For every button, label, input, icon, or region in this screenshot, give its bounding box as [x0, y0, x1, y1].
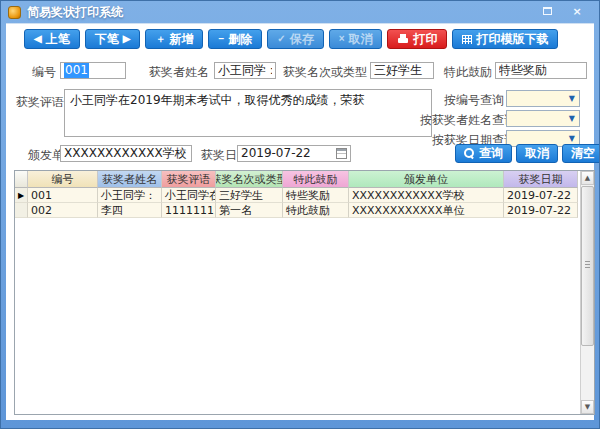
restore-icon: [543, 7, 552, 15]
header-id[interactable]: 编号: [28, 171, 98, 188]
table-scrollbar[interactable]: ▲ ▼: [580, 171, 594, 414]
header-date[interactable]: 获奖日期: [504, 171, 578, 188]
header-name[interactable]: 获奖者姓名: [98, 171, 162, 188]
scrollbar-thumb[interactable]: [581, 186, 594, 346]
x-icon: ×: [339, 34, 345, 44]
cancel-button[interactable]: ×取消: [329, 29, 383, 49]
cell-comment[interactable]: 111111111: [162, 203, 216, 218]
delete-button[interactable]: −删除: [208, 29, 262, 49]
header-comment[interactable]: 获奖评语: [162, 171, 216, 188]
prev-record-button[interactable]: ◀上笔: [24, 29, 80, 49]
comment-textarea[interactable]: 小王同学在2019年期末考试中，取得优秀的成绩，荣获: [64, 89, 432, 137]
cell-date[interactable]: 2019-07-22: [504, 188, 578, 203]
chevron-down-icon: ▼: [569, 94, 575, 103]
row-indicator: ▶: [15, 188, 28, 203]
query-cancel-button[interactable]: 取消: [516, 144, 558, 163]
grid-icon: [462, 35, 472, 44]
toolbar: ◀上笔 下笔▶ ＋新增 −删除 ✓保存 ×取消 打印 打印模版下载: [24, 29, 558, 49]
scroll-up-icon[interactable]: ▲: [581, 171, 594, 185]
next-record-button[interactable]: 下笔▶: [85, 29, 141, 49]
app-window: 简易奖状打印系统 × ◀上笔 下笔▶ ＋新增 −删除 ✓保存 ×取消 打印 打印…: [0, 0, 600, 429]
header-selector: [15, 171, 28, 188]
cell-encourage[interactable]: 特些奖励: [283, 188, 349, 203]
records-table: 编号 获奖者姓名 获奖评语 获奖名次或类型 特此鼓励 颁发单位 获奖日期 ▶ 0…: [14, 170, 595, 415]
cell-name[interactable]: 小王同学：: [98, 188, 162, 203]
header-type[interactable]: 获奖名次或类型: [216, 171, 283, 188]
award-type-input[interactable]: [370, 62, 434, 79]
arrow-left-icon: ◀: [34, 34, 42, 44]
query-by-name-combo[interactable]: ▼: [506, 110, 580, 127]
cell-unit[interactable]: XXXXXXXXXXXX学校: [349, 188, 504, 203]
encourage-label: 特此鼓励: [444, 64, 492, 81]
cell-encourage[interactable]: 特此鼓励: [283, 203, 349, 218]
encourage-input[interactable]: [495, 62, 587, 79]
calendar-icon[interactable]: [336, 148, 347, 159]
award-date-input[interactable]: 2019-07-22: [237, 145, 351, 162]
search-button[interactable]: 查询: [455, 144, 512, 163]
arrow-right-icon: ▶: [123, 34, 131, 44]
winner-name-input[interactable]: [214, 62, 276, 79]
print-button[interactable]: 打印: [387, 29, 447, 49]
search-icon: [464, 148, 475, 159]
client-area: ◀上笔 下笔▶ ＋新增 −删除 ✓保存 ×取消 打印 打印模版下载 编号 001…: [6, 23, 594, 420]
cell-name[interactable]: 李四: [98, 203, 162, 218]
cell-type[interactable]: 第一名: [216, 203, 283, 218]
window-title: 简易奖状打印系统: [27, 4, 123, 21]
id-input[interactable]: 001: [60, 62, 126, 79]
query-by-id-label: 按编号查询: [444, 92, 504, 109]
table-header-row: 编号 获奖者姓名 获奖评语 获奖名次或类型 特此鼓励 颁发单位 获奖日期: [15, 171, 594, 188]
check-icon: ✓: [277, 34, 285, 44]
table-row[interactable]: 002 李四 111111111 第一名 特此鼓励 XXXXXXXXXXXX单位…: [15, 203, 594, 218]
template-download-button[interactable]: 打印模版下载: [452, 29, 558, 49]
scroll-down-icon[interactable]: ▼: [581, 400, 594, 414]
add-button[interactable]: ＋新增: [145, 29, 203, 49]
row-indicator: [15, 203, 28, 218]
query-by-name-label: 按获奖者姓名查询: [420, 112, 516, 129]
table-row[interactable]: ▶ 001 小王同学： 小王同学在 三好学生 特些奖励 XXXXXXXXXXXX…: [15, 188, 594, 203]
close-icon: ×: [572, 5, 581, 18]
app-icon: [8, 6, 21, 19]
restore-button[interactable]: [539, 4, 555, 18]
cell-id[interactable]: 002: [28, 203, 98, 218]
issuer-input[interactable]: [60, 145, 192, 162]
header-unit[interactable]: 颁发单位: [349, 171, 504, 188]
comment-label: 获奖评语: [16, 94, 64, 111]
cell-id[interactable]: 001: [28, 188, 98, 203]
winner-name-label: 获奖者姓名: [149, 64, 209, 81]
save-button[interactable]: ✓保存: [267, 29, 323, 49]
query-by-id-combo[interactable]: ▼: [506, 90, 580, 107]
plus-icon: ＋: [155, 34, 165, 44]
titlebar[interactable]: 简易奖状打印系统 ×: [1, 1, 599, 23]
chevron-down-icon: ▼: [569, 134, 575, 143]
cell-unit[interactable]: XXXXXXXXXXXX单位: [349, 203, 504, 218]
clear-button[interactable]: 清空: [562, 144, 600, 163]
printer-icon: [397, 34, 409, 45]
query-button-group: 查询 取消 清空: [455, 144, 600, 163]
cell-comment[interactable]: 小王同学在: [162, 188, 216, 203]
award-date-value: 2019-07-22: [241, 146, 311, 161]
award-type-label: 获奖名次或类型: [283, 64, 367, 81]
close-button[interactable]: ×: [569, 4, 585, 18]
minus-icon: −: [218, 34, 224, 44]
chevron-down-icon: ▼: [569, 114, 575, 123]
cell-type[interactable]: 三好学生: [216, 188, 283, 203]
id-value-selected: 001: [64, 63, 89, 78]
cell-date[interactable]: 2019-07-22: [504, 203, 578, 218]
id-label: 编号: [32, 64, 56, 81]
header-encourage[interactable]: 特此鼓励: [283, 171, 349, 188]
